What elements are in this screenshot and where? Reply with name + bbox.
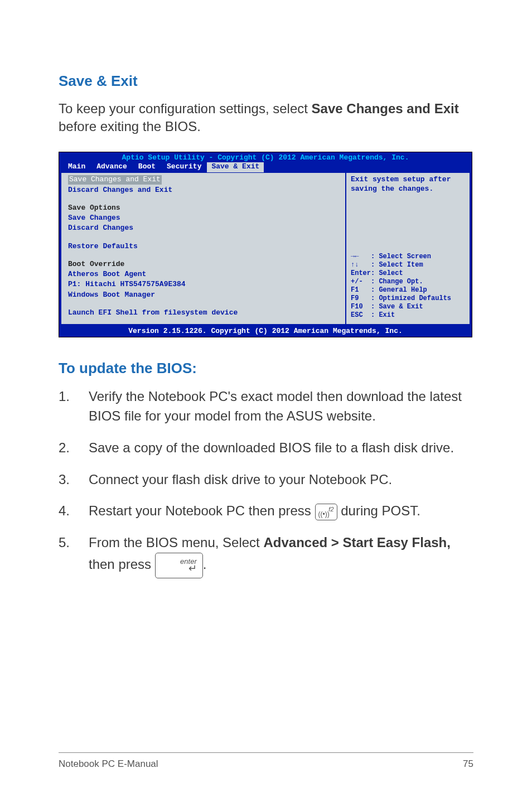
- bios-item-discard-changes: Discard Changes: [68, 224, 340, 233]
- step-5-pre: From the BIOS menu, Select: [89, 535, 263, 550]
- step-4-post: during POST.: [337, 503, 420, 518]
- f2-key-icon: f2((•)): [315, 504, 337, 520]
- bios-group-boot-override: Boot Override: [68, 260, 340, 269]
- update-bios-heading: To update the BIOS:: [59, 360, 473, 377]
- bios-right-pane: Exit system setup after saving the chang…: [346, 173, 472, 326]
- bios-help-text: Exit system setup after saving the chang…: [351, 175, 465, 194]
- bios-tab-security: Security: [161, 162, 207, 172]
- step-5: From the BIOS menu, Select Advanced > St…: [59, 533, 473, 578]
- intro-text-post: before exiting the BIOS.: [59, 119, 201, 134]
- bios-item-save-changes-exit: Save Changes and Exit: [68, 175, 162, 184]
- bios-body: Save Changes and Exit Discard Changes an…: [59, 172, 472, 326]
- bios-title: Aptio Setup Utility - Copyright (C) 2012…: [62, 153, 468, 162]
- step-3: Connect your flash disk drive to your No…: [59, 470, 473, 490]
- footer-left: Notebook PC E-Manual: [59, 758, 158, 770]
- page-footer: Notebook PC E-Manual 75: [59, 752, 473, 770]
- f2-glyph: ((•)): [318, 511, 330, 518]
- footer-page-number: 75: [463, 758, 473, 770]
- bios-item-restore-defaults: Restore Defaults: [68, 242, 340, 251]
- bios-item-atheros: Atheros Boot Agent: [68, 270, 340, 279]
- save-exit-intro: To keep your configuration settings, sel…: [59, 100, 473, 136]
- step-1: Verify the Notebook PC's exact model the…: [59, 387, 473, 426]
- update-bios-steps: Verify the Notebook PC's exact model the…: [59, 387, 473, 578]
- step-4: Restart your Notebook PC then press f2((…: [59, 501, 473, 521]
- enter-arrow-icon: ↵: [188, 563, 197, 573]
- step-2: Save a copy of the downloaded BIOS file …: [59, 438, 473, 458]
- bios-tab-save-exit: Save & Exit: [207, 162, 264, 172]
- bios-tabs: Main Advance Boot Security Save & Exit: [62, 162, 468, 172]
- bios-key-legend: →← : Select Screen ↑↓ : Select Item Ente…: [351, 253, 465, 320]
- save-exit-heading: Save & Exit: [59, 73, 473, 90]
- bios-item-save-changes: Save Changes: [68, 214, 340, 223]
- enter-key-icon: enter↵: [155, 553, 203, 578]
- step-4-pre: Restart your Notebook PC then press: [89, 503, 315, 518]
- bios-screenshot: Aptio Setup Utility - Copyright (C) 2012…: [59, 152, 472, 338]
- bios-help-line2: saving the changes.: [351, 185, 465, 194]
- bios-help-line1: Exit system setup after: [351, 175, 465, 184]
- bios-item-windows-boot: Windows Boot Manager: [68, 291, 340, 299]
- bios-topbar: Aptio Setup Utility - Copyright (C) 2012…: [59, 152, 472, 173]
- intro-text-pre: To keep your configuration settings, sel…: [59, 101, 312, 116]
- bios-footer: Version 2.15.1226. Copyright (C) 2012 Am…: [59, 326, 472, 337]
- step-5-post: .: [203, 557, 207, 572]
- bios-item-hitachi: P1: Hitachi HTS547575A9E384: [68, 280, 340, 289]
- bios-item-launch-efi: Launch EFI Shell from filesystem device: [68, 308, 340, 317]
- bios-tab-boot: Boot: [133, 162, 161, 172]
- bios-item-discard-changes-exit: Discard Changes and Exit: [68, 186, 340, 195]
- intro-text-bold: Save Changes and Exit: [312, 101, 459, 116]
- bios-tab-main: Main: [62, 162, 91, 172]
- step-5-mid: then press: [89, 557, 155, 572]
- step-5-bold: Advanced > Start Easy Flash,: [263, 535, 450, 550]
- bios-left-pane: Save Changes and Exit Discard Changes an…: [59, 173, 346, 326]
- bios-tab-advance: Advance: [91, 162, 133, 172]
- bios-group-save-options: Save Options: [68, 204, 340, 212]
